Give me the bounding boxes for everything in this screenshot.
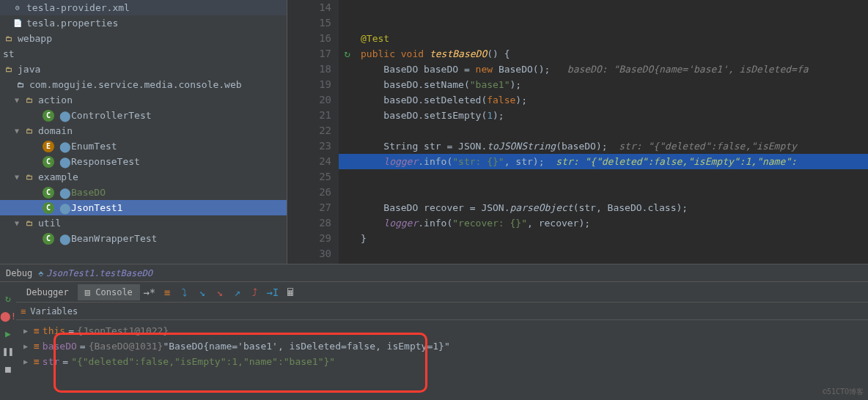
code-editor[interactable]: 14 15 16 17↻ 18 19 20 21 22 23 24 25 26 …: [287, 0, 868, 264]
resume-icon[interactable]: ▶: [1, 327, 15, 340]
chevron-right-icon[interactable]: ▶: [23, 354, 34, 369]
execution-line: logger.info("str: {}", str); str: "{"del…: [339, 154, 868, 169]
tab-debugger[interactable]: Debugger: [19, 284, 76, 300]
tree-label: tesla-provider.xml: [26, 2, 130, 13]
line-number[interactable]: 20: [287, 92, 331, 108]
debug-label: Debug: [6, 268, 32, 278]
step-out-icon[interactable]: ↗: [229, 284, 246, 300]
tree-class-selected[interactable]: C⬤ JsonTest1: [0, 200, 287, 215]
tree-class[interactable]: C⬤ BaseDO: [0, 185, 287, 200]
tree-file[interactable]: ⚙tesla-provider.xml: [0, 0, 287, 15]
line-number[interactable]: 27: [287, 200, 331, 215]
line-number[interactable]: 15: [287, 15, 331, 31]
line-number[interactable]: 17↻: [287, 46, 331, 62]
method-name: testBaseDO: [430, 48, 487, 59]
step-into-icon[interactable]: ↘: [194, 284, 210, 300]
chevron-down-icon[interactable]: ▼: [15, 127, 23, 135]
chevron-down-icon[interactable]: ▼: [15, 96, 23, 104]
class-icon: C: [43, 110, 54, 122]
chevron-right-icon[interactable]: ▶: [23, 323, 34, 338]
var-icon: ≡: [34, 354, 40, 369]
tree-dir[interactable]: st: [0, 46, 287, 62]
tree-class[interactable]: C⬤ ResponseTest: [0, 154, 287, 169]
debug-panel: Debug ⬘ JsonTest1.testBaseDO Debugger ▤ …: [0, 264, 868, 400]
step-over-icon[interactable]: ⤵: [177, 284, 193, 300]
folder-icon: 🗀: [23, 218, 35, 229]
variable-row[interactable]: ▶ ≡ str = "{"deleted":false,"isEmpty":1,…: [16, 354, 868, 369]
line-number[interactable]: 28: [287, 215, 331, 231]
line-number[interactable]: 24: [287, 154, 331, 169]
line-number[interactable]: 30: [287, 246, 331, 262]
variables-header: ≡ Variables: [16, 303, 868, 320]
folder-icon: 🗀: [23, 125, 35, 137]
tree-package[interactable]: ▼🗀util: [0, 215, 287, 231]
tree-package[interactable]: ▼🗀example: [0, 169, 287, 185]
inline-hint: str: "{"deleted":false,"isEmpty: [619, 141, 797, 152]
vcs-icon: ⬤: [59, 189, 71, 196]
folder-icon: 🗀: [23, 95, 35, 106]
chevron-down-icon[interactable]: ▼: [15, 219, 23, 227]
stop-but-icon[interactable]: ⬤!: [1, 309, 15, 322]
frames-icon[interactable]: ≡: [159, 284, 175, 300]
var-type: {BaseDO@1031}: [89, 338, 163, 354]
enum-icon: E: [43, 141, 54, 152]
line-number[interactable]: 26: [287, 185, 331, 200]
line-number[interactable]: 29: [287, 231, 331, 246]
project-tree[interactable]: ⚙tesla-provider.xml 📄tesla.properties 🗀w…: [0, 0, 287, 264]
pause-icon[interactable]: ❚❚: [1, 344, 15, 358]
code-body[interactable]: @Test public void testBaseDO() { BaseDO …: [339, 0, 868, 264]
tree-package[interactable]: 🗀com.mogujie.service.media.console.web: [0, 77, 287, 92]
chevron-down-icon[interactable]: ▼: [15, 173, 23, 181]
line-number[interactable]: 14: [287, 0, 331, 15]
tree-label: BaseDO: [71, 187, 106, 198]
var-value: "BaseDO{name='base1', isDeleted=false, i…: [163, 338, 449, 354]
var-icon: ≡: [34, 338, 40, 354]
line-number[interactable]: 23: [287, 138, 331, 154]
line-number[interactable]: 16: [287, 31, 331, 46]
drop-frame-icon[interactable]: ⤴: [247, 284, 263, 300]
class-icon: C: [43, 202, 54, 214]
tree-class[interactable]: C⬤ ControllerTest: [0, 108, 287, 123]
tree-label: example: [38, 171, 78, 182]
debug-header: Debug ⬘ JsonTest1.testBaseDO: [0, 264, 868, 282]
variable-row[interactable]: ▶ ≡ this = {JsonTest1@1022}: [16, 323, 868, 338]
tree-label: domain: [38, 125, 73, 136]
stop-icon[interactable]: ■: [1, 362, 15, 375]
tree-file[interactable]: 📄tesla.properties: [0, 15, 287, 31]
run-to-cursor-icon[interactable]: →I: [265, 284, 281, 300]
debug-toolbar: Debugger ▤ Console →* ≡ ⤵ ↘ ↘ ↗ ⤴ →I 🖩: [16, 282, 868, 303]
rerun-icon[interactable]: ↻: [1, 292, 15, 305]
folder-icon: 🗀: [23, 171, 35, 183]
tree-dir[interactable]: 🗀java: [0, 62, 287, 77]
tree-package[interactable]: ▼🗀action: [0, 92, 287, 108]
tree-package[interactable]: ▼🗀domain: [0, 123, 287, 138]
output-icon[interactable]: →*: [141, 284, 158, 300]
var-name: baseDO: [43, 338, 77, 354]
tree-label: action: [38, 95, 73, 105]
class-icon: C: [43, 156, 54, 168]
line-number[interactable]: 18: [287, 62, 331, 77]
force-step-into-icon[interactable]: ↘: [212, 284, 228, 300]
folder-icon: 🗀: [3, 64, 15, 75]
line-number[interactable]: 19: [287, 77, 331, 92]
tree-label: java: [18, 64, 40, 75]
line-number[interactable]: 21: [287, 108, 331, 123]
tree-label: BeanWrapperTest: [71, 233, 157, 244]
tree-class[interactable]: C⬤ BeanWrapperTest: [0, 231, 287, 246]
class-icon: C: [43, 233, 54, 245]
tree-label: util: [38, 218, 61, 229]
tab-console[interactable]: ▤ Console: [78, 284, 140, 300]
chevron-right-icon[interactable]: ▶: [23, 338, 34, 354]
tree-dir[interactable]: 🗀webapp: [0, 31, 287, 46]
tree-class[interactable]: E⬤ EnumTest: [0, 138, 287, 154]
gutter[interactable]: 14 15 16 17↻ 18 19 20 21 22 23 24 25 26 …: [287, 0, 339, 264]
evaluate-icon[interactable]: 🖩: [282, 284, 298, 300]
xml-icon: ⚙: [12, 2, 23, 14]
variable-row[interactable]: ▶ ≡ baseDO = {BaseDO@1031} "BaseDO{name=…: [16, 338, 868, 354]
vcs-icon: ⬤: [59, 158, 71, 166]
package-icon: 🗀: [15, 79, 26, 91]
line-number[interactable]: 25: [287, 169, 331, 185]
line-number[interactable]: 22: [287, 123, 331, 138]
tree-label: EnumTest: [71, 141, 117, 152]
tree-label: webapp: [18, 33, 52, 44]
